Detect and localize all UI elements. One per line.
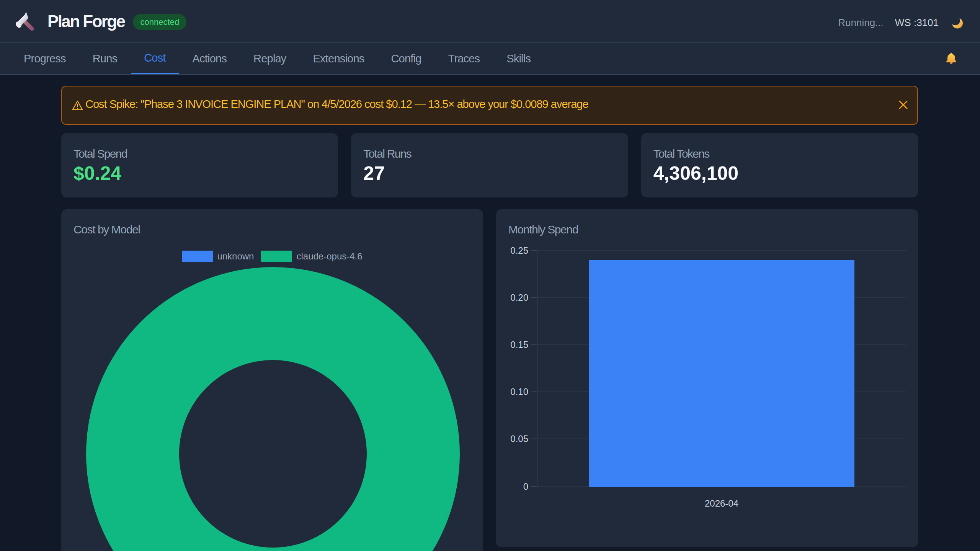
svg-text:0: 0 [523,481,528,492]
svg-text:2026-04: 2026-04 [705,498,738,509]
svg-text:0.20: 0.20 [510,292,528,303]
svg-text:0.05: 0.05 [510,434,528,444]
svg-text:0.10: 0.10 [510,386,528,397]
svg-text:0.25: 0.25 [510,245,528,256]
svg-text:0.15: 0.15 [510,339,528,350]
